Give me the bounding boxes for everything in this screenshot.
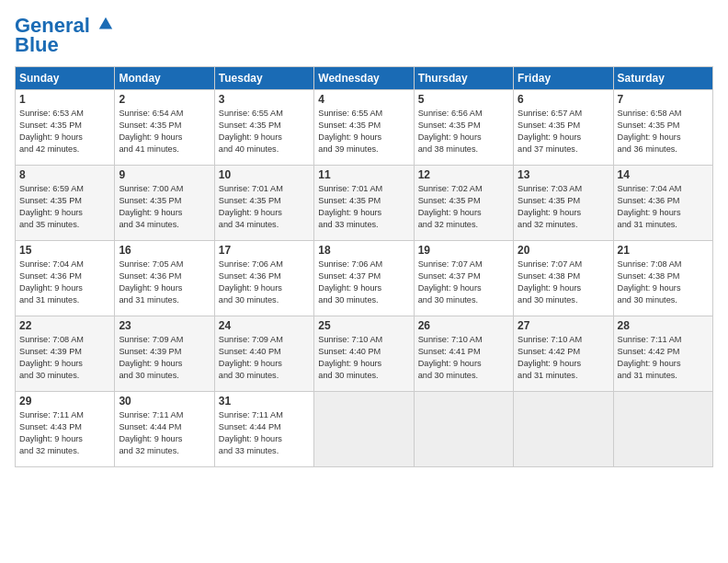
- day-number: 4: [318, 93, 409, 106]
- day-of-week-sunday: Sunday: [16, 67, 115, 90]
- calendar-cell: [414, 392, 513, 467]
- calendar-cell: [514, 392, 613, 467]
- calendar-cell: 9Sunrise: 7:00 AMSunset: 4:35 PMDaylight…: [115, 166, 214, 241]
- calendar-cell: 16Sunrise: 7:05 AMSunset: 4:36 PMDayligh…: [115, 241, 214, 316]
- cell-info: Sunrise: 7:00 AMSunset: 4:35 PMDaylight:…: [119, 183, 210, 231]
- day-number: 12: [418, 168, 509, 181]
- week-row-5: 29Sunrise: 7:11 AMSunset: 4:43 PMDayligh…: [16, 392, 713, 467]
- calendar-cell: 26Sunrise: 7:10 AMSunset: 4:41 PMDayligh…: [414, 316, 513, 392]
- day-number: 18: [318, 244, 409, 257]
- day-number: 30: [119, 395, 210, 408]
- day-number: 31: [219, 395, 310, 408]
- calendar-cell: 18Sunrise: 7:06 AMSunset: 4:37 PMDayligh…: [314, 241, 414, 316]
- cell-info: Sunrise: 6:53 AMSunset: 4:35 PMDaylight:…: [19, 108, 110, 155]
- calendar-cell: [613, 392, 712, 467]
- calendar: SundayMondayTuesdayWednesdayThursdayFrid…: [15, 66, 713, 467]
- calendar-cell: 1Sunrise: 6:53 AMSunset: 4:35 PMDaylight…: [16, 90, 115, 166]
- day-of-week-saturday: Saturday: [613, 67, 712, 90]
- cell-info: Sunrise: 7:02 AMSunset: 4:35 PMDaylight:…: [418, 183, 509, 231]
- day-number: 15: [19, 244, 110, 257]
- day-number: 24: [219, 319, 310, 332]
- week-row-1: 1Sunrise: 6:53 AMSunset: 4:35 PMDaylight…: [16, 90, 713, 166]
- cell-info: Sunrise: 6:56 AMSunset: 4:35 PMDaylight:…: [418, 108, 509, 155]
- cell-info: Sunrise: 7:04 AMSunset: 4:36 PMDaylight:…: [19, 259, 110, 306]
- calendar-cell: 3Sunrise: 6:55 AMSunset: 4:35 PMDaylight…: [214, 90, 313, 166]
- calendar-cell: 2Sunrise: 6:54 AMSunset: 4:35 PMDaylight…: [115, 90, 214, 166]
- week-row-3: 15Sunrise: 7:04 AMSunset: 4:36 PMDayligh…: [16, 241, 713, 316]
- day-number: 9: [119, 168, 210, 181]
- day-of-week-thursday: Thursday: [414, 67, 513, 90]
- logo-icon: [97, 16, 114, 32]
- calendar-header-row: SundayMondayTuesdayWednesdayThursdayFrid…: [16, 67, 713, 90]
- day-number: 1: [19, 93, 110, 106]
- day-number: 19: [418, 244, 509, 257]
- cell-info: Sunrise: 7:03 AMSunset: 4:35 PMDaylight:…: [518, 183, 609, 231]
- calendar-cell: 15Sunrise: 7:04 AMSunset: 4:36 PMDayligh…: [16, 241, 115, 316]
- calendar-cell: 20Sunrise: 7:07 AMSunset: 4:38 PMDayligh…: [514, 241, 613, 316]
- cell-info: Sunrise: 7:09 AMSunset: 4:39 PMDaylight:…: [119, 334, 210, 382]
- header: General Blue: [15, 15, 713, 57]
- cell-info: Sunrise: 7:04 AMSunset: 4:36 PMDaylight:…: [618, 183, 709, 231]
- calendar-cell: 30Sunrise: 7:11 AMSunset: 4:44 PMDayligh…: [115, 392, 214, 467]
- day-number: 22: [19, 319, 110, 332]
- day-number: 6: [518, 93, 609, 106]
- calendar-cell: 6Sunrise: 6:57 AMSunset: 4:35 PMDaylight…: [514, 90, 613, 166]
- cell-info: Sunrise: 6:54 AMSunset: 4:35 PMDaylight:…: [119, 108, 210, 155]
- day-number: 16: [119, 244, 210, 257]
- calendar-cell: 10Sunrise: 7:01 AMSunset: 4:35 PMDayligh…: [214, 166, 313, 241]
- calendar-cell: 21Sunrise: 7:08 AMSunset: 4:38 PMDayligh…: [613, 241, 712, 316]
- cell-info: Sunrise: 6:58 AMSunset: 4:35 PMDaylight:…: [618, 108, 709, 155]
- week-row-2: 8Sunrise: 6:59 AMSunset: 4:35 PMDaylight…: [16, 166, 713, 241]
- week-row-4: 22Sunrise: 7:08 AMSunset: 4:39 PMDayligh…: [16, 316, 713, 392]
- cell-info: Sunrise: 7:09 AMSunset: 4:40 PMDaylight:…: [219, 334, 310, 382]
- calendar-cell: 5Sunrise: 6:56 AMSunset: 4:35 PMDaylight…: [414, 90, 513, 166]
- cell-info: Sunrise: 6:55 AMSunset: 4:35 PMDaylight:…: [219, 108, 310, 155]
- calendar-cell: 7Sunrise: 6:58 AMSunset: 4:35 PMDaylight…: [613, 90, 712, 166]
- day-number: 14: [618, 168, 709, 181]
- day-number: 17: [219, 244, 310, 257]
- day-number: 23: [119, 319, 210, 332]
- cell-info: Sunrise: 7:11 AMSunset: 4:44 PMDaylight:…: [119, 409, 210, 457]
- day-number: 7: [618, 93, 709, 106]
- cell-info: Sunrise: 7:06 AMSunset: 4:36 PMDaylight:…: [219, 259, 310, 306]
- cell-info: Sunrise: 7:11 AMSunset: 4:43 PMDaylight:…: [19, 409, 110, 457]
- cell-info: Sunrise: 6:59 AMSunset: 4:35 PMDaylight:…: [19, 183, 110, 231]
- cell-info: Sunrise: 7:11 AMSunset: 4:42 PMDaylight:…: [618, 334, 709, 382]
- day-number: 27: [518, 319, 609, 332]
- day-number: 20: [518, 244, 609, 257]
- calendar-cell: 14Sunrise: 7:04 AMSunset: 4:36 PMDayligh…: [613, 166, 712, 241]
- day-number: 2: [119, 93, 210, 106]
- cell-info: Sunrise: 7:08 AMSunset: 4:39 PMDaylight:…: [19, 334, 110, 382]
- calendar-cell: 22Sunrise: 7:08 AMSunset: 4:39 PMDayligh…: [16, 316, 115, 392]
- cell-info: Sunrise: 7:07 AMSunset: 4:37 PMDaylight:…: [418, 259, 509, 306]
- calendar-cell: [314, 392, 414, 467]
- day-number: 10: [219, 168, 310, 181]
- day-number: 25: [318, 319, 409, 332]
- calendar-cell: 19Sunrise: 7:07 AMSunset: 4:37 PMDayligh…: [414, 241, 513, 316]
- calendar-cell: 31Sunrise: 7:11 AMSunset: 4:44 PMDayligh…: [214, 392, 313, 467]
- calendar-cell: 25Sunrise: 7:10 AMSunset: 4:40 PMDayligh…: [314, 316, 414, 392]
- day-number: 26: [418, 319, 509, 332]
- calendar-cell: 11Sunrise: 7:01 AMSunset: 4:35 PMDayligh…: [314, 166, 414, 241]
- calendar-cell: 8Sunrise: 6:59 AMSunset: 4:35 PMDaylight…: [16, 166, 115, 241]
- day-of-week-tuesday: Tuesday: [214, 67, 313, 90]
- cell-info: Sunrise: 7:06 AMSunset: 4:37 PMDaylight:…: [318, 259, 409, 306]
- day-number: 28: [618, 319, 709, 332]
- cell-info: Sunrise: 7:11 AMSunset: 4:44 PMDaylight:…: [219, 409, 310, 457]
- day-number: 5: [418, 93, 509, 106]
- calendar-cell: 17Sunrise: 7:06 AMSunset: 4:36 PMDayligh…: [214, 241, 313, 316]
- calendar-cell: 24Sunrise: 7:09 AMSunset: 4:40 PMDayligh…: [214, 316, 313, 392]
- calendar-cell: 29Sunrise: 7:11 AMSunset: 4:43 PMDayligh…: [16, 392, 115, 467]
- calendar-cell: 27Sunrise: 7:10 AMSunset: 4:42 PMDayligh…: [514, 316, 613, 392]
- day-of-week-monday: Monday: [115, 67, 214, 90]
- calendar-cell: 12Sunrise: 7:02 AMSunset: 4:35 PMDayligh…: [414, 166, 513, 241]
- day-number: 29: [19, 395, 110, 408]
- svg-marker-0: [99, 17, 112, 29]
- cell-info: Sunrise: 6:55 AMSunset: 4:35 PMDaylight:…: [318, 108, 409, 155]
- day-number: 3: [219, 93, 310, 106]
- cell-info: Sunrise: 7:10 AMSunset: 4:41 PMDaylight:…: [418, 334, 509, 382]
- day-number: 13: [518, 168, 609, 181]
- day-number: 21: [618, 244, 709, 257]
- cell-info: Sunrise: 7:01 AMSunset: 4:35 PMDaylight:…: [318, 183, 409, 231]
- day-number: 8: [19, 168, 110, 181]
